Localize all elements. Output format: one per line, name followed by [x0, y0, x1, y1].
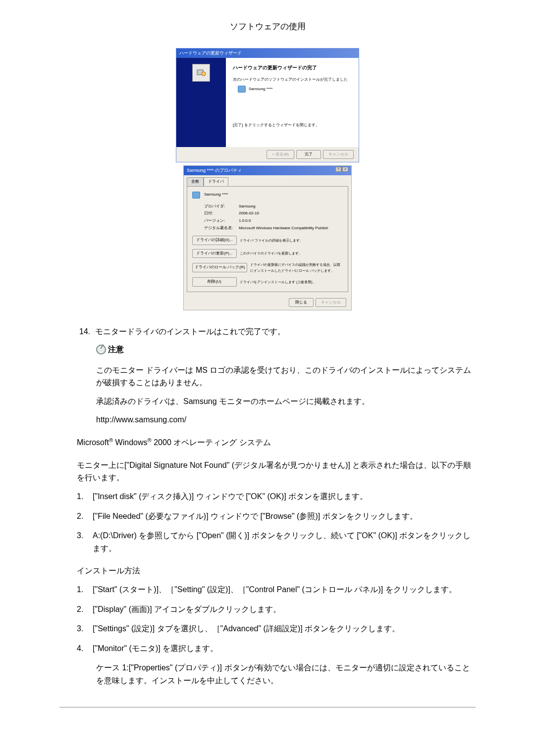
- step-text: モニタードライバのインストールはこれで完了です。: [95, 325, 285, 338]
- help-icon[interactable]: ?: [335, 167, 341, 172]
- properties-window: Samsung **** のプロパティ ? × 全般 ドライバ Samsung …: [183, 165, 352, 310]
- list-item: 2.["Display" (画面)] アイコンをダブルクリックします。: [77, 603, 476, 616]
- properties-body: Samsung **** プロバイダ:Samsung 日付:2008-02-10…: [187, 186, 348, 292]
- monitor-icon: [238, 86, 246, 93]
- footer-divider: [59, 707, 476, 707]
- date-value: 2008-02-10: [239, 210, 259, 217]
- svg-point-1: [202, 72, 206, 76]
- item-num: 2.: [77, 510, 87, 523]
- properties-titlebar: Samsung **** のプロパティ ? ×: [184, 166, 351, 175]
- list-1: 1.["Insert disk" (ディスク挿入)] ウィンドウで ["OK" …: [77, 490, 476, 554]
- props-title-mid: ****: [207, 168, 214, 173]
- wizard-footer: < 戻る(B) 完了 キャンセル: [176, 147, 359, 162]
- wizard-content: ハードウェアの更新ウィザードの完了 次のハードウェアのソフトウェアのインストール…: [226, 58, 359, 147]
- note-icon: [96, 345, 106, 354]
- cancel-button[interactable]: キャンセル: [323, 150, 354, 159]
- item-text: ["Settings" (設定)] タブを選択し、［"Advanced" (詳細…: [93, 622, 476, 635]
- driver-uninstall-desc: ドライバをアンインストールします (上級者用)。: [240, 279, 343, 285]
- note-label: 注意: [108, 343, 124, 356]
- note-para-2: 承認済みのドライバは、Samsung モニターのホームページに掲載されます。: [96, 395, 476, 408]
- list-item: 1.["Start" (スタート)]、［"Setting" (設定)]、［"Co…: [77, 583, 476, 596]
- sig-notfound: モニター上に["Digital Signature Not Found" (デジ…: [77, 459, 476, 484]
- driver-update-button[interactable]: ドライバの更新(P)...: [192, 249, 237, 258]
- driver-detail-desc: ドライバ ファイルの詳細を表示します。: [240, 238, 343, 243]
- list-2: 1.["Start" (スタート)]、［"Setting" (設定)]、［"Co…: [77, 583, 476, 655]
- item-text: ["Display" (画面)] アイコンをダブルクリックします。: [93, 603, 476, 616]
- os-line: Microsoft® Windows® 2000 オペレーティング システム: [77, 436, 476, 449]
- step-num: 14.: [79, 325, 91, 338]
- monitor-icon: [192, 192, 200, 199]
- item-text: ["Start" (スタート)]、［"Setting" (設定)]、［"Cont…: [93, 583, 476, 596]
- date-label: 日付:: [204, 210, 239, 217]
- provider-label: プロバイダ:: [204, 203, 239, 210]
- driver-info: プロバイダ:Samsung 日付:2008-02-10 バージョン:1.0.0.…: [204, 203, 343, 232]
- note-para-1: このモニター ドライバーは MS ロゴの承認を受けており、このドライバのインスト…: [96, 364, 476, 389]
- wizard-device-name: Samsung ****: [249, 86, 272, 93]
- driver-update-desc: このデバイスのドライバを更新します。: [240, 251, 343, 256]
- tab-general[interactable]: 全般: [187, 177, 204, 186]
- wizard-close-text: [完了] をクリックするとウィザードを閉じます。: [233, 122, 352, 129]
- step-14: 14. モニタードライバのインストールはこれで完了です。: [79, 325, 476, 338]
- item-text: A:(D:\Driver) を参照してから ["Open" (開く)] ボタンを…: [93, 529, 476, 554]
- item-num: 1.: [77, 490, 87, 503]
- driver-rollback-desc: ドライバの更新後にデバイスの認識が失敗する場合、以前にインストールしたドライバに…: [250, 262, 343, 273]
- list-item: 1.["Insert disk" (ディスク挿入)] ウィンドウで ["OK" …: [77, 490, 476, 503]
- install-method-heading: インストール方法: [77, 564, 476, 577]
- props-device-name: Samsung ****: [204, 192, 228, 198]
- close-icon[interactable]: ×: [342, 167, 348, 172]
- version-label: バージョン:: [204, 218, 239, 224]
- cancel-button-2[interactable]: キャンセル: [316, 298, 346, 307]
- item-num: 4.: [77, 642, 87, 655]
- wizard-window: ハードウェアの更新ウィザード ハードウェアの更新ウィザードの完了 次のハードウェ…: [176, 48, 359, 162]
- close-button[interactable]: 閉じる: [289, 298, 314, 307]
- signer-label: デジタル署名者:: [204, 225, 239, 232]
- samsung-url: http://www.samsung.com/: [96, 413, 476, 426]
- properties-footer: 閉じる キャンセル: [184, 295, 351, 310]
- list-item: 3.["Settings" (設定)] タブを選択し、［"Advanced" (…: [77, 622, 476, 635]
- back-button[interactable]: < 戻る(B): [267, 150, 294, 159]
- finish-button[interactable]: 完了: [296, 150, 321, 159]
- item-num: 1.: [77, 583, 87, 596]
- note-row: 注意: [96, 343, 476, 356]
- item-num: 2.: [77, 603, 87, 616]
- driver-rollback-button[interactable]: ドライバのロール バック(R): [192, 263, 247, 272]
- driver-uninstall-button[interactable]: 削除(U): [192, 277, 237, 287]
- case-1: ケース 1:["Properties" (プロパティ)] ボタンが有効でない場合…: [96, 661, 476, 687]
- list-item: 4.["Monitor" (モニタ)] を選択します。: [77, 642, 476, 655]
- props-title-suffix: のプロパティ: [215, 168, 242, 173]
- props-title-prefix: Samsung: [187, 168, 206, 173]
- wizard-sidebar: [176, 58, 226, 147]
- list-item: 2.["File Needed" (必要なファイル)] ウィンドウで ["Bro…: [77, 510, 476, 523]
- tabs: 全般 ドライバ: [184, 175, 351, 186]
- version-value: 1.0.0.0: [239, 218, 251, 224]
- item-text: ["Insert disk" (ディスク挿入)] ウィンドウで ["OK" (O…: [93, 490, 476, 503]
- item-text: ["Monitor" (モニタ)] を選択します。: [93, 642, 476, 655]
- provider-value: Samsung: [239, 203, 256, 210]
- wizard-titlebar: ハードウェアの更新ウィザード: [176, 49, 359, 57]
- item-num: 3.: [77, 622, 87, 635]
- list-item: 3.A:(D:\Driver) を参照してから ["Open" (開く)] ボタ…: [77, 529, 476, 554]
- signer-value: Microsoft Windows Hardware Compatibility…: [239, 225, 328, 232]
- wizard-sidebar-icon: [192, 64, 210, 82]
- screenshots: ハードウェアの更新ウィザード ハードウェアの更新ウィザードの完了 次のハードウェ…: [59, 48, 476, 310]
- item-text: ["File Needed" (必要なファイル)] ウィンドウで ["Brows…: [93, 510, 476, 523]
- driver-detail-button[interactable]: ドライバの詳細(D)...: [192, 236, 237, 245]
- tab-driver[interactable]: ドライバ: [204, 177, 228, 186]
- item-num: 3.: [77, 529, 87, 554]
- wizard-heading: ハードウェアの更新ウィザードの完了: [233, 64, 352, 72]
- wizard-subtitle: 次のハードウェアのソフトウェアのインストールが完了しました: [233, 77, 352, 83]
- page-title: ソフトウェアの使用: [59, 20, 476, 33]
